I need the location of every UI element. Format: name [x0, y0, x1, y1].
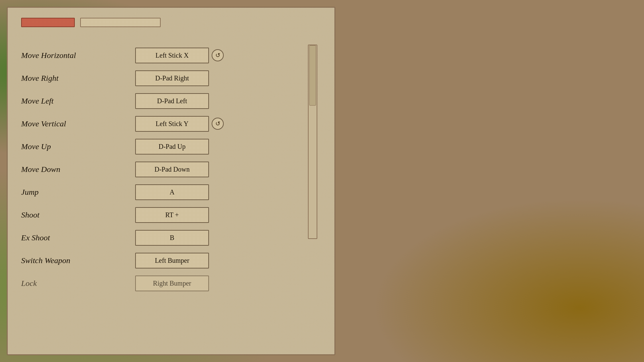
action-row: Move Up	[21, 135, 135, 158]
action-row: Move Vertical	[21, 112, 135, 135]
action-row: Jump	[21, 181, 135, 203]
binding-button[interactable]: D-Pad Left	[135, 93, 209, 109]
binding-button[interactable]: B	[135, 230, 209, 246]
action-row: Move Left	[21, 89, 135, 112]
binding-row: D-Pad Down	[135, 158, 304, 181]
refresh-icon[interactable]: ↺	[212, 118, 224, 130]
scrollbar-track[interactable]	[308, 45, 317, 239]
action-label: Move Horizontal	[21, 51, 76, 60]
top-buttons	[21, 18, 321, 27]
action-label: Shoot	[21, 210, 40, 220]
action-row: Move Horizontal	[21, 44, 135, 67]
actions-list: Move HorizontalMove RightMove LeftMove V…	[21, 44, 135, 327]
binding-button[interactable]: D-Pad Right	[135, 70, 209, 86]
binding-button[interactable]: Left Bumper	[135, 253, 209, 268]
binding-button[interactable]: Right Bumper	[135, 276, 209, 291]
binding-button[interactable]: D-Pad Down	[135, 162, 209, 177]
binding-row: A	[135, 181, 304, 203]
binding-row: Left Bumper	[135, 249, 304, 272]
action-row: Ex Shoot	[21, 226, 135, 249]
scrollbar-thumb[interactable]	[309, 45, 316, 106]
binding-row: D-Pad Left	[135, 89, 304, 112]
action-label: Ex Shoot	[21, 233, 50, 242]
bindings-list: Left Stick X↺D-Pad RightD-Pad LeftLeft S…	[135, 44, 304, 327]
binding-row: Right Bumper	[135, 272, 304, 295]
binding-button[interactable]: RT +	[135, 207, 209, 223]
binding-button[interactable]: A	[135, 184, 209, 200]
action-row: Move Right	[21, 67, 135, 89]
action-label: Switch Weapon	[21, 256, 70, 265]
binding-row: D-Pad Right	[135, 67, 304, 89]
action-label: Jump	[21, 188, 39, 197]
settings-dialog: Move HorizontalMove RightMove LeftMove V…	[7, 7, 335, 355]
content-area: Move HorizontalMove RightMove LeftMove V…	[21, 44, 321, 327]
binding-button[interactable]: Left Stick X	[135, 48, 209, 63]
done-button[interactable]	[21, 18, 75, 27]
action-label: Move Down	[21, 165, 60, 174]
binding-button[interactable]: Left Stick Y	[135, 116, 209, 132]
action-label: Move Up	[21, 142, 51, 151]
binding-row: Left Stick Y↺	[135, 112, 304, 135]
dialog-overlay: Move HorizontalMove RightMove LeftMove V…	[0, 0, 644, 362]
binding-row: B	[135, 226, 304, 249]
binding-row: Left Stick X↺	[135, 44, 304, 67]
scrollbar-container	[304, 44, 321, 327]
action-label: Move Right	[21, 74, 58, 83]
action-label: Move Left	[21, 97, 54, 106]
action-label: Lock	[21, 279, 37, 288]
bindings-area: Left Stick X↺D-Pad RightD-Pad LeftLeft S…	[135, 44, 321, 327]
action-row: Switch Weapon	[21, 249, 135, 272]
binding-row: D-Pad Up	[135, 135, 304, 158]
action-row: Lock	[21, 272, 135, 295]
binding-button[interactable]: D-Pad Up	[135, 139, 209, 155]
binding-row: RT +	[135, 203, 304, 226]
restore-defaults-button[interactable]	[80, 18, 161, 27]
action-row: Shoot	[21, 203, 135, 226]
action-row: Move Down	[21, 158, 135, 181]
action-label: Move Vertical	[21, 119, 66, 128]
refresh-icon[interactable]: ↺	[212, 49, 224, 61]
